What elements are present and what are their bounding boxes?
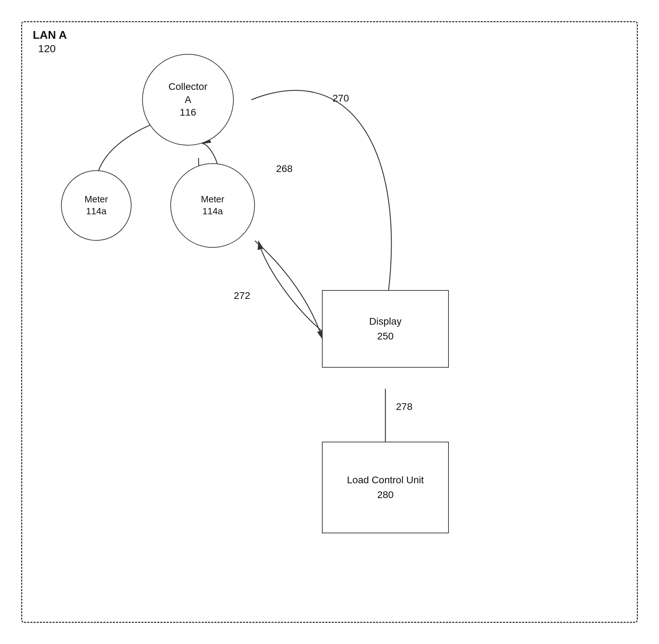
arrow-268 [258,241,324,332]
edge-label-272: 272 [234,290,250,301]
meter-center-node: Meter 114a [170,163,255,248]
display-number: 250 [377,329,394,344]
outer-boundary: LAN A 120 [21,21,638,623]
display-node: Display 250 [322,290,449,368]
display-label: Display [369,314,402,329]
edge-label-278: 278 [396,401,413,412]
arrow-270 [251,90,391,313]
meter-left-node: Meter 114a [61,170,132,241]
collector-number: 116 [180,106,196,119]
meter-center-number: 114a [202,206,223,217]
meter-left-number: 114a [86,206,106,217]
meter-left-label: Meter [85,194,108,206]
collector-node: CollectorA 116 [142,54,234,146]
page: LAN A 120 [0,0,659,644]
load-control-label: Load Control Unit [347,473,424,487]
load-control-number: 280 [377,487,394,502]
meter-center-label: Meter [201,194,224,206]
edge-label-268: 268 [276,163,293,174]
load-control-node: Load Control Unit 280 [322,442,449,533]
arrow-272 [255,241,323,339]
collector-label: CollectorA [169,80,207,106]
edge-label-270: 270 [332,93,349,104]
